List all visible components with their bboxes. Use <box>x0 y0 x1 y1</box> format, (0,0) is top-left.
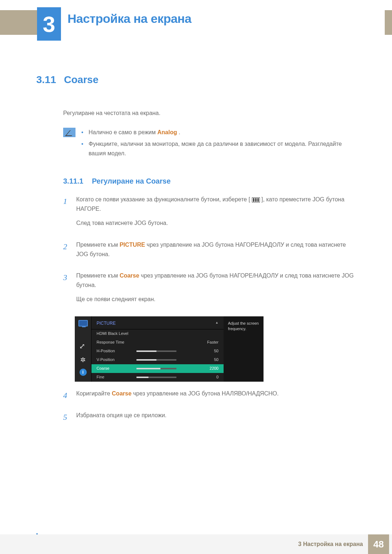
osd-row-label: Fine <box>97 374 136 381</box>
slider-track[interactable] <box>136 359 176 361</box>
osd-row-label: V-Position <box>97 357 136 363</box>
step-4: 4 Коригирайте Coarse чрез управление на … <box>63 389 356 403</box>
osd-row-hdmi-black-level[interactable]: HDMI Black Level <box>91 329 224 338</box>
section-heading: 3.11 Coarse <box>36 72 356 88</box>
footer-label: 3 Настройка на екрана <box>298 541 363 547</box>
osd-row-value: 50 <box>202 357 219 363</box>
content: 3.11 Coarse Регулиране на честотата на е… <box>36 69 356 432</box>
gear-icon: ✲ <box>78 356 88 364</box>
subsection-title: Регулиране на Coarse <box>92 177 171 185</box>
osd-row-response-time[interactable]: Response TimeFaster <box>91 338 224 347</box>
osd-row-label: Coarse <box>97 365 136 372</box>
note-list: Налично е само в режим Analog . Функциит… <box>81 128 356 160</box>
chapter-title: Настройка на екрана <box>68 12 191 26</box>
osd-row-label: HDMI Black Level <box>97 331 136 337</box>
section-number: 3.11 <box>36 74 56 85</box>
chevron-up-icon: ▲ <box>215 320 219 327</box>
monitor-icon <box>78 320 88 327</box>
osd-row-value: 0 <box>202 374 219 381</box>
tiles-icon <box>79 332 87 338</box>
osd-tooltip: Adjust the screen frequency. <box>224 316 264 382</box>
highlight-coarse: Coarse <box>119 272 139 279</box>
osd-row-value: 2200 <box>202 365 219 372</box>
osd-sidebar: ✲ i <box>75 316 91 382</box>
slider-track[interactable] <box>136 377 176 378</box>
note-item: Налично е само в режим Analog . <box>81 128 356 137</box>
menu-icon <box>252 197 260 202</box>
page-number: 48 <box>368 534 389 554</box>
section-title: Coarse <box>64 74 98 85</box>
osd-row-value: Faster <box>202 339 219 346</box>
subsection-number: 3.11.1 <box>63 177 83 185</box>
osd-row-h-position[interactable]: H-Position50 <box>91 347 224 356</box>
step-5: 5 Избраната опция ще се приложи. <box>63 411 356 425</box>
arrows-icon <box>79 343 87 351</box>
step-3: 3 Преминете към Coarse чрез управление н… <box>63 271 356 309</box>
osd-panel: ✲ i PICTURE ▲ HDMI Black LevelResponse T… <box>75 316 264 382</box>
note-block: Налично е само в режим Analog . Функциит… <box>63 128 356 160</box>
osd-title: PICTURE ▲ <box>91 316 224 329</box>
steps-list-cont: 4 Коригирайте Coarse чрез управление на … <box>63 389 356 425</box>
highlight-coarse: Coarse <box>112 390 131 397</box>
subsection-heading: 3.11.1 Регулиране на Coarse <box>63 175 356 187</box>
step-2: 2 Преминете към PICTURE чрез управление … <box>63 240 356 264</box>
osd-row-value: 50 <box>202 348 219 354</box>
osd-row-label: Response Time <box>97 339 136 346</box>
page-header: 3 Настройка на екрана <box>37 7 385 44</box>
osd-row-fine[interactable]: Fine0 <box>91 373 224 382</box>
step-1: 1 Когато се появи указание за функционал… <box>63 195 356 233</box>
steps-list: 1 Когато се появи указание за функционал… <box>63 195 356 309</box>
note-icon <box>63 128 75 137</box>
highlight-picture: PICTURE <box>119 242 145 248</box>
slider-track[interactable] <box>136 368 176 369</box>
osd-row-coarse[interactable]: Coarse2200 <box>91 364 224 373</box>
chapter-number: 3 <box>37 7 61 41</box>
info-icon: i <box>79 369 87 376</box>
section-intro: Регулиране на честотата на екрана. <box>63 108 356 118</box>
note-item: Функциите, налични за монитора, може да … <box>81 139 356 158</box>
slider-track[interactable] <box>136 350 176 352</box>
osd-main: PICTURE ▲ HDMI Black LevelResponse TimeF… <box>91 316 224 382</box>
osd-row-v-position[interactable]: V-Position50 <box>91 356 224 364</box>
page-footer: 3 Настройка на екрана 48 <box>0 534 392 554</box>
highlight-analog: Analog <box>157 129 177 135</box>
osd-figure: ✲ i PICTURE ▲ HDMI Black LevelResponse T… <box>75 316 356 382</box>
osd-row-label: H-Position <box>97 348 136 354</box>
